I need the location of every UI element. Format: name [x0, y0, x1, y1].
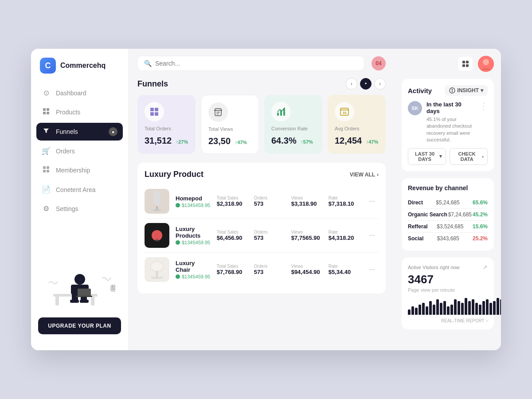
- funnel-value: 12,454 ↑47%: [335, 136, 379, 146]
- funnel-card-avg-orders[interactable]: 31 Avg Orders 12,454 ↑47%: [328, 95, 386, 154]
- product-more-btn[interactable]: ···: [366, 230, 379, 241]
- content-area: Funnels ‹ • ›: [129, 78, 395, 350]
- product-name: Luxury Chair: [176, 260, 211, 273]
- svg-rect-16: [80, 300, 89, 303]
- sidebar-item-label: Products: [56, 109, 80, 116]
- price-dot: [176, 203, 180, 207]
- funnel-card-orders[interactable]: Total Orders 31,512 ↑27%: [137, 95, 196, 154]
- funnel-icon-wrap: [208, 102, 228, 122]
- activity-title: Activity: [408, 87, 432, 94]
- funnels-header: Funnels ‹ • ›: [137, 78, 386, 90]
- content-icon: 📄: [42, 185, 51, 194]
- product-price: $1345459.95: [176, 240, 211, 245]
- bar: [450, 305, 453, 315]
- svg-rect-23: [150, 108, 154, 111]
- svg-rect-4: [43, 166, 46, 169]
- sidebar-nav: ⊙ Dashboard Products: [31, 84, 128, 256]
- activity-heading: In the last 30 days: [426, 101, 475, 114]
- notification-badge[interactable]: 04: [372, 56, 386, 70]
- last-30-days-btn[interactable]: LAST 30 DAYS ▾: [408, 148, 446, 165]
- bar: [436, 299, 439, 314]
- bar-chart: [408, 297, 488, 315]
- sidebar-item-products[interactable]: Products: [36, 103, 123, 121]
- bar: [429, 301, 432, 314]
- activity-card: Activity INSIGHT ▾ SK In the last 30 day…: [402, 79, 494, 171]
- revenue-row-social: Social $343,685 25.2%: [408, 233, 488, 244]
- bar: [443, 301, 446, 314]
- product-info: Luxury Chair $1345459.95: [176, 260, 211, 279]
- product-row: Luxury Chair $1345459.95 Total Sales $7,…: [145, 253, 379, 286]
- expand-icon[interactable]: ↗: [482, 264, 488, 271]
- funnels-center-btn[interactable]: •: [360, 78, 372, 90]
- activity-text-block: In the last 30 days 45.1% of your abando…: [426, 101, 475, 144]
- upgrade-button[interactable]: UPGRADE YOUR PLAN: [38, 317, 121, 334]
- product-stat-orders: Orders 573: [254, 196, 285, 207]
- sidebar-item-membership[interactable]: Membership: [36, 161, 123, 179]
- activity-description: 45.1% of your abandoned checkout recover…: [426, 116, 475, 144]
- right-top-bar: [402, 56, 494, 72]
- svg-rect-15: [70, 300, 79, 303]
- svg-point-20: [112, 286, 113, 288]
- logo-text: Commercehq: [60, 62, 106, 70]
- logo-icon: C: [40, 58, 56, 74]
- product-stat-sales: Total Sales $7,768.90: [217, 264, 248, 275]
- svg-rect-26: [155, 112, 158, 116]
- funnels-badge: ●: [109, 127, 117, 136]
- product-more-btn[interactable]: ···: [366, 264, 379, 275]
- sidebar-item-content[interactable]: 📄 Conetent Area: [36, 181, 123, 198]
- funnels-next-btn[interactable]: ›: [374, 78, 386, 90]
- bar: [465, 298, 467, 315]
- svg-point-34: [153, 190, 160, 206]
- funnel-card-views[interactable]: Total Views 23,50 ↑47%: [201, 95, 259, 154]
- funnels-icon: [42, 127, 51, 136]
- svg-text:31: 31: [343, 111, 347, 115]
- svg-point-49: [452, 89, 453, 90]
- sidebar-item-orders[interactable]: 🛒 Orders: [36, 142, 123, 160]
- orders-icon: 🛒: [42, 147, 51, 155]
- bar: [433, 305, 435, 315]
- realtime-footer: REAL-TIME REPORT ›: [408, 318, 488, 323]
- products-section: Luxury Product VIEW ALL ›: [137, 163, 386, 293]
- check-data-btn[interactable]: CHECK DATA ›: [450, 148, 488, 165]
- product-stat-rate: Rate $7,318.10: [329, 196, 360, 207]
- search-box: 🔍: [137, 56, 364, 71]
- three-dot-menu[interactable]: ⋮: [480, 101, 488, 111]
- funnels-grid: Total Orders 31,512 ↑27% Total Views: [137, 95, 386, 154]
- product-stat-orders: Orders 573: [254, 230, 285, 241]
- membership-icon: [42, 166, 51, 175]
- insight-button[interactable]: INSIGHT ▾: [445, 85, 488, 96]
- activity-content: SK In the last 30 days 45.1% of your aba…: [408, 101, 488, 144]
- view-all-link[interactable]: VIEW ALL ›: [350, 172, 379, 178]
- funnel-card-conversion[interactable]: Conversion Rate 64.3% ↑57%: [264, 95, 322, 154]
- search-input[interactable]: [155, 60, 358, 67]
- svg-rect-0: [43, 108, 46, 111]
- bar: [482, 301, 485, 314]
- dashboard-icon: ⊙: [42, 89, 51, 97]
- product-stat-sales: Total Sales $2,318.90: [217, 196, 248, 207]
- product-info: Homepod $1345459.95: [176, 195, 211, 208]
- revenue-row-refferal: Refferal $3,524,685 15.6%: [408, 221, 488, 233]
- products-title: Luxury Product: [145, 170, 203, 179]
- grid-icon-btn[interactable]: [458, 57, 473, 71]
- funnels-prev-btn[interactable]: ‹: [346, 78, 357, 90]
- sidebar-illustration: [31, 256, 128, 314]
- bar: [411, 306, 414, 315]
- svg-rect-2: [43, 112, 46, 114]
- sidebar-item-dashboard[interactable]: ⊙ Dashboard: [36, 84, 123, 102]
- avatar[interactable]: [478, 56, 494, 72]
- bar: [422, 303, 425, 315]
- product-more-btn[interactable]: ···: [366, 196, 379, 207]
- top-bar: 🔍 04: [129, 49, 395, 78]
- sidebar-item-settings[interactable]: ⚙ Settings: [36, 200, 123, 217]
- funnel-icon-wrap: 31: [335, 102, 354, 121]
- svg-rect-7: [47, 170, 49, 172]
- svg-rect-17: [78, 289, 91, 297]
- sidebar-item-funnels[interactable]: Funnels ●: [36, 123, 123, 141]
- product-stat-rate: Rate $4,318.20: [329, 230, 360, 241]
- sidebar-item-label: Conetent Area: [56, 186, 96, 193]
- bar: [461, 303, 464, 315]
- product-name: Homepod: [176, 195, 211, 202]
- svg-rect-5: [47, 166, 49, 169]
- svg-point-11: [74, 274, 85, 285]
- svg-rect-24: [155, 108, 158, 111]
